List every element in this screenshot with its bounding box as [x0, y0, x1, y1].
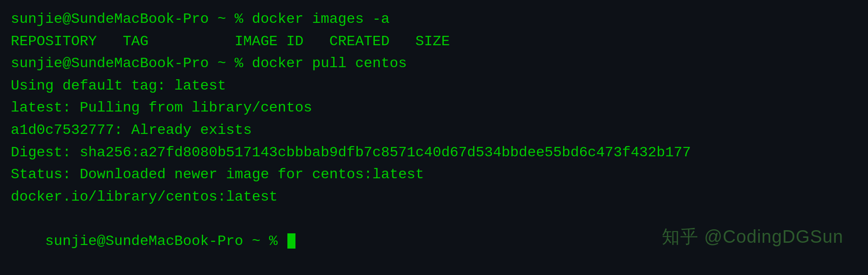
watermark: 知乎 @CodingDGSun: [662, 224, 843, 249]
cursor-block: [287, 233, 295, 249]
terminal-line-4: Using default tag: latest: [11, 75, 857, 97]
terminal-line-9: docker.io/library/centos:latest: [11, 186, 857, 208]
terminal-window: sunjie@SundeMacBook-Pro ~ % docker image…: [0, 0, 868, 275]
terminal-line-1: sunjie@SundeMacBook-Pro ~ % docker image…: [11, 8, 857, 30]
watermark-text: 知乎 @CodingDGSun: [662, 227, 843, 246]
prompt-text: sunjie@SundeMacBook-Pro ~ %: [45, 233, 286, 249]
terminal-line-5: latest: Pulling from library/centos: [11, 97, 857, 119]
terminal-line-6: a1d0c7532777: Already exists: [11, 119, 857, 142]
terminal-line-7: Digest: sha256:a27fd8080b517143cbbbab9df…: [11, 142, 857, 164]
terminal-line-2: REPOSITORY TAG IMAGE ID CREATED SIZE: [11, 30, 857, 53]
terminal-line-8: Status: Downloaded newer image for cento…: [11, 163, 857, 186]
terminal-line-3: sunjie@SundeMacBook-Pro ~ % docker pull …: [11, 52, 857, 75]
